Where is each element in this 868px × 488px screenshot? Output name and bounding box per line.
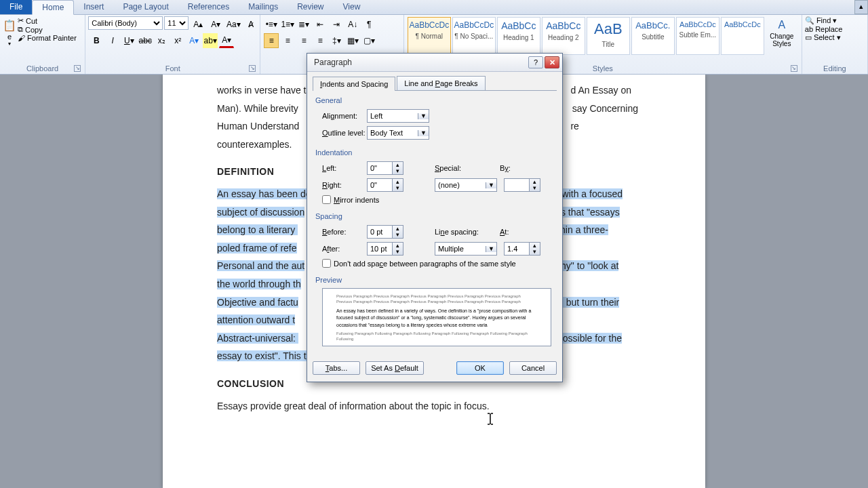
- tab-insert[interactable]: Insert: [74, 0, 113, 14]
- at-label: At:: [500, 228, 509, 236]
- minimize-ribbon-icon[interactable]: ▴: [854, 0, 868, 14]
- clipboard-launcher[interactable]: ↘: [74, 65, 81, 72]
- clear-formatting-button[interactable]: A̷: [243, 17, 258, 32]
- line-spacing-combo[interactable]: Multiple▼: [435, 242, 497, 256]
- grow-font-button[interactable]: A▴: [191, 17, 205, 32]
- ok-button[interactable]: OK: [456, 361, 504, 375]
- bullets-button[interactable]: •≡▾: [264, 17, 279, 32]
- special-combo[interactable]: (none)▼: [435, 178, 497, 192]
- shading-button[interactable]: ▦▾: [345, 33, 360, 48]
- alignment-combo[interactable]: Left▼: [367, 109, 429, 123]
- font-size-select[interactable]: 11: [164, 16, 189, 30]
- find-button[interactable]: Find: [816, 16, 831, 25]
- cancel-button[interactable]: Cancel: [509, 361, 557, 375]
- tab-references[interactable]: References: [178, 0, 239, 14]
- after-label: After:: [322, 245, 367, 253]
- tab-view[interactable]: View: [334, 0, 370, 14]
- style-tile[interactable]: AaBTitle: [587, 17, 630, 55]
- by-spin[interactable]: ▴▾: [504, 178, 540, 192]
- text-effects-button[interactable]: A▾: [186, 33, 201, 48]
- find-icon: 🔍: [805, 16, 814, 25]
- help-button[interactable]: ?: [528, 56, 543, 68]
- at-spin[interactable]: 1.4▴▾: [504, 242, 540, 256]
- change-case-button[interactable]: Aa▾: [226, 17, 241, 32]
- underline-button[interactable]: U▾: [121, 33, 136, 48]
- by-label: By:: [500, 164, 511, 172]
- align-right-button[interactable]: ≡: [296, 33, 311, 48]
- replace-icon: ab: [805, 25, 813, 33]
- styles-launcher[interactable]: ↘: [791, 65, 797, 72]
- styles-gallery[interactable]: AaBbCcDc¶ NormalAaBbCcDc¶ No Spaci...AaB…: [407, 16, 765, 56]
- set-default-button[interactable]: Set As Default: [366, 361, 424, 375]
- spacing-section: Spacing: [315, 212, 554, 220]
- superscript-button[interactable]: x²: [170, 33, 185, 48]
- paragraph-dialog: Paragraph ? ✕ IIndents and Spacingndents…: [307, 53, 563, 382]
- editing-group-label: Editing: [805, 63, 865, 73]
- chevron-down-icon[interactable]: ▼: [418, 130, 429, 136]
- replace-button[interactable]: Replace: [815, 25, 842, 33]
- bold-button[interactable]: B: [89, 33, 104, 48]
- before-spin[interactable]: 0 pt▴▾: [367, 225, 403, 239]
- align-left-button[interactable]: ≡: [264, 33, 279, 48]
- alignment-label: Alignment:: [322, 112, 367, 120]
- show-paragraph-button[interactable]: ¶: [361, 17, 376, 32]
- tab-indents-spacing[interactable]: IIndents and Spacingndents and Spacing: [313, 77, 395, 91]
- tab-page-layout[interactable]: Page Layout: [113, 0, 178, 14]
- line-spacing-button[interactable]: ‡▾: [329, 33, 344, 48]
- close-button[interactable]: ✕: [545, 56, 559, 68]
- style-tile[interactable]: AaBbCcDc¶ No Spaci...: [452, 17, 496, 55]
- dialog-titlebar[interactable]: Paragraph ? ✕: [307, 54, 562, 72]
- brush-icon: 🖌: [18, 34, 25, 42]
- align-center-button[interactable]: ≡: [280, 33, 295, 48]
- paste-button[interactable]: 📋e▾: [3, 16, 16, 48]
- subscript-button[interactable]: x₂: [154, 33, 169, 48]
- after-spin[interactable]: 10 pt▴▾: [367, 242, 403, 256]
- style-tile[interactable]: AaBbCcDc¶ Normal: [408, 17, 451, 55]
- chevron-down-icon[interactable]: ▼: [418, 113, 429, 119]
- tab-file[interactable]: File: [0, 0, 32, 14]
- multilevel-button[interactable]: ≣▾: [296, 17, 311, 32]
- borders-button[interactable]: ▢▾: [361, 33, 376, 48]
- copy-button[interactable]: Copy: [25, 26, 43, 34]
- style-tile[interactable]: AaBbCcHeading 1: [497, 17, 540, 55]
- before-label: Before:: [322, 228, 367, 236]
- style-tile[interactable]: AaBbCcDcSubtle Em...: [676, 17, 719, 55]
- indent-left-spin[interactable]: 0"▴▾: [367, 161, 403, 175]
- font-select[interactable]: Calibri (Body): [88, 16, 163, 30]
- cut-button[interactable]: Cut: [26, 17, 37, 25]
- format-painter-button[interactable]: Format Painter: [27, 34, 77, 42]
- tabs-button[interactable]: Tabs...: [313, 361, 360, 375]
- shrink-font-button[interactable]: A▾: [208, 17, 223, 32]
- font-group-label: Font: [165, 64, 180, 73]
- outline-combo[interactable]: Body Text▼: [367, 126, 429, 140]
- clipboard-group-label: Clipboard: [26, 64, 58, 73]
- preview-box: Previous Paragraph Previous Paragraph Pr…: [322, 288, 551, 346]
- outline-label: Outline level:: [322, 129, 367, 137]
- sort-button[interactable]: A↓: [345, 17, 360, 32]
- mirror-indents-check[interactable]: Mirror indents: [322, 195, 554, 204]
- dialog-title: Paragraph: [314, 58, 527, 67]
- preview-section: Preview: [315, 276, 554, 284]
- increase-indent-button[interactable]: ⇥: [329, 17, 344, 32]
- numbering-button[interactable]: 1≡▾: [280, 17, 295, 32]
- decrease-indent-button[interactable]: ⇤: [313, 17, 328, 32]
- tab-line-page-breaks[interactable]: Line and Page Breaks: [397, 76, 485, 90]
- highlight-button[interactable]: ab▾: [203, 33, 218, 48]
- italic-button[interactable]: I: [105, 33, 120, 48]
- conclusion-text: Essays provide great deal of information…: [217, 397, 651, 415]
- style-tile[interactable]: AaBbCcHeading 2: [542, 17, 585, 55]
- indent-right-spin[interactable]: 0"▴▾: [367, 178, 403, 192]
- select-button[interactable]: Select: [814, 33, 835, 42]
- strikethrough-button[interactable]: abc: [138, 33, 153, 48]
- justify-button[interactable]: ≡: [313, 33, 328, 48]
- change-styles-button[interactable]: AChange Styles: [766, 16, 798, 49]
- dont-add-space-check[interactable]: Don't add space between paragraphs of th…: [322, 259, 554, 268]
- style-tile[interactable]: AaBbCcDc: [721, 17, 764, 55]
- font-launcher[interactable]: ↘: [249, 65, 256, 72]
- tab-review[interactable]: Review: [288, 0, 333, 14]
- tab-home[interactable]: Home: [32, 0, 74, 15]
- tab-mailings[interactable]: Mailings: [239, 0, 288, 14]
- line-spacing-label: Line spacing:: [435, 228, 486, 236]
- font-color-button[interactable]: A▾: [219, 33, 234, 48]
- style-tile[interactable]: AaBbCc.Subtitle: [631, 17, 675, 55]
